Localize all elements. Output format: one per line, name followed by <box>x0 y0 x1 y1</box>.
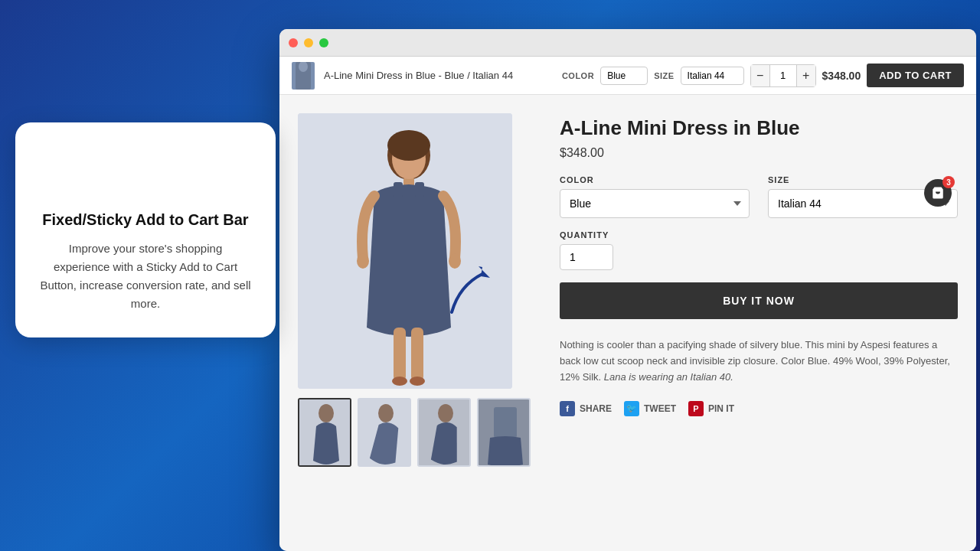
overlay-card: Fixed/Sticky Add to Cart Bar Improve you… <box>15 122 276 337</box>
title-bar <box>279 29 976 57</box>
svg-point-6 <box>387 130 430 161</box>
svg-rect-22 <box>494 407 517 438</box>
product-layout: A-Line Mini Dress in Blue $348.00 COLOR … <box>279 95 976 551</box>
product-thumbnails <box>298 398 535 467</box>
share-label: SHARE <box>580 403 612 414</box>
pinterest-icon: P <box>688 401 704 416</box>
sticky-color-select[interactable]: Blue Navy <box>600 67 648 85</box>
sticky-quantity-controls: − + <box>750 64 816 87</box>
color-select[interactable]: Blue Navy Black <box>560 189 750 218</box>
sticky-quantity-plus[interactable]: + <box>797 65 815 86</box>
options-row: COLOR Blue Navy Black SIZE Italian 40 It… <box>560 175 958 218</box>
sticky-product-thumbnail <box>292 62 315 90</box>
sticky-size-select[interactable]: Italian 44 Italian 40 Italian 42 Italian… <box>681 67 744 85</box>
thumbnail-2[interactable] <box>358 398 411 467</box>
sticky-product-title: A-Line Mini Dress in Blue - Blue / Itali… <box>324 70 553 81</box>
svg-point-16 <box>318 404 334 422</box>
color-label: COLOR <box>560 175 750 184</box>
product-title: A-Line Mini Dress in Blue <box>560 116 958 140</box>
facebook-icon: f <box>560 401 575 416</box>
sticky-controls: COLOR Blue Navy SIZE Italian 44 Italian … <box>562 64 964 87</box>
product-description: Nothing is cooler than a pacifying shade… <box>560 337 958 385</box>
quantity-group: Quantity <box>560 230 958 270</box>
product-images <box>298 113 535 533</box>
tweet-label: TWEET <box>644 403 676 414</box>
main-content: A-Line Mini Dress in Blue $348.00 COLOR … <box>279 95 976 551</box>
sticky-quantity-input[interactable] <box>769 65 797 86</box>
sticky-quantity-minus[interactable]: − <box>751 65 769 86</box>
svg-point-20 <box>438 404 453 422</box>
sticky-size-label: SIZE <box>654 71 674 80</box>
traffic-lights <box>289 38 328 47</box>
svg-point-14 <box>410 377 425 386</box>
svg-rect-12 <box>411 328 423 381</box>
svg-point-9 <box>357 253 369 269</box>
overlay-card-title: Fixed/Sticky Add to Cart Bar <box>40 211 251 229</box>
arrow-illustration <box>436 262 498 324</box>
svg-point-18 <box>378 404 394 422</box>
facebook-share-button[interactable]: f SHARE <box>560 401 612 416</box>
pin-label: PIN IT <box>708 403 734 414</box>
svg-point-13 <box>392 377 407 386</box>
sticky-price: $348.00 <box>822 70 861 82</box>
color-option-group: COLOR Blue Navy Black <box>560 175 750 218</box>
close-button[interactable] <box>289 38 298 47</box>
sticky-add-to-cart-bar: A-Line Mini Dress in Blue - Blue / Itali… <box>279 57 976 95</box>
cart-badge: 3 <box>942 176 955 188</box>
cart-icon-button[interactable]: 3 <box>924 179 952 207</box>
twitter-icon: 🐦 <box>624 401 639 416</box>
main-product-image <box>298 113 512 389</box>
cart-icon <box>931 186 945 200</box>
thumbnail-3[interactable] <box>417 398 471 467</box>
minimize-button[interactable] <box>304 38 313 47</box>
svg-rect-7 <box>394 182 403 197</box>
sticky-color-label: COLOR <box>562 71 594 80</box>
product-image-svg <box>298 113 512 389</box>
thumbnail-4[interactable] <box>477 398 531 467</box>
product-price: $348.00 <box>560 146 958 160</box>
overlay-card-description: Improve your store's shopping experience… <box>40 240 251 313</box>
svg-rect-11 <box>394 328 406 381</box>
quantity-input[interactable] <box>560 244 613 270</box>
pinterest-share-button[interactable]: P PIN IT <box>688 401 734 416</box>
twitter-share-button[interactable]: 🐦 TWEET <box>624 401 676 416</box>
thumbnail-1[interactable] <box>298 398 351 467</box>
quantity-label: Quantity <box>560 230 958 240</box>
product-info: A-Line Mini Dress in Blue $348.00 COLOR … <box>560 113 958 533</box>
svg-rect-8 <box>415 182 424 197</box>
social-share: f SHARE 🐦 TWEET P PIN IT <box>560 401 958 416</box>
sticky-add-to-cart-button[interactable]: ADD TO CART <box>867 64 964 87</box>
buy-now-button[interactable]: BUY IT NOW <box>560 282 958 319</box>
browser-window: A-Line Mini Dress in Blue - Blue / Itali… <box>279 29 976 551</box>
maximize-button[interactable] <box>319 38 328 47</box>
